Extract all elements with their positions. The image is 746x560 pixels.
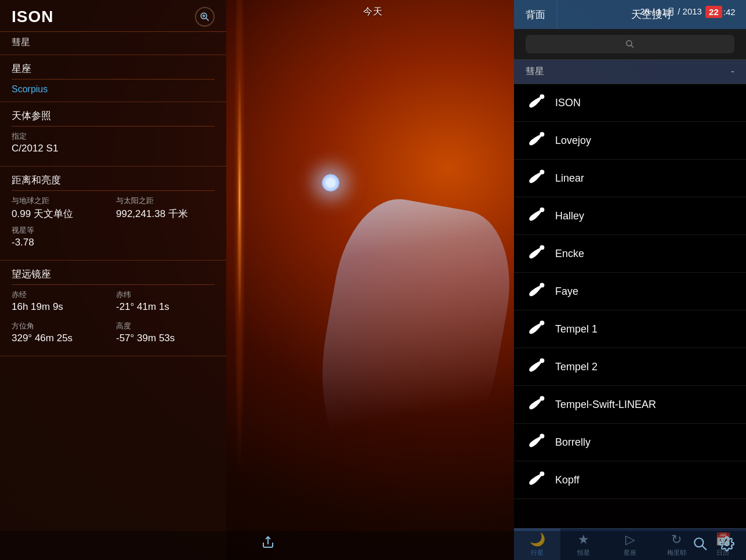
comet-list-item[interactable]: Borrelly [514, 424, 746, 461]
az-label: 方位角 [12, 321, 110, 331]
earth-dist-value: 0.99 天文单位 [12, 207, 110, 221]
comet-list-item[interactable]: Encke [514, 235, 746, 273]
comet-name: Tempel-Swift-LINEAR [555, 399, 656, 411]
search-bar-container [514, 29, 746, 60]
comet-icon [526, 469, 546, 490]
today-label: 今天 [363, 6, 383, 18]
comet-name: Tempel 2 [555, 361, 597, 373]
reference-header: 天体参照 [12, 109, 215, 127]
left-panel: ISON 彗星 星座 Scorpius 天体参照 指定 C/2012 S1 距离… [0, 0, 226, 560]
designation-value: C/2012 S1 [12, 143, 215, 154]
share-button[interactable] [261, 536, 275, 552]
bottom-toolbar [0, 531, 746, 560]
comet-list-item[interactable]: Tempel 1 [514, 310, 746, 348]
magnitude-value: -3.78 [12, 237, 215, 248]
comet-list-item[interactable]: Linear [514, 160, 746, 197]
svg-point-9 [539, 208, 544, 212]
comet-name: Linear [555, 172, 584, 185]
dec-col: 赤纬 -21° 41m 1s [116, 290, 215, 317]
distance-section: 距离和亮度 与地球之距 0.99 天文单位 与太阳之距 992,241.38 千… [0, 167, 226, 261]
ra-value: 16h 19m 9s [12, 301, 110, 313]
comet-list-item[interactable]: ISON [514, 84, 746, 122]
comet-icon [526, 319, 546, 339]
magnitude-label: 视星等 [12, 225, 215, 236]
minutes-display: 42 [726, 7, 736, 17]
svg-line-5 [631, 45, 634, 48]
search-input[interactable] [526, 35, 734, 53]
comet-name: Borrelly [555, 436, 591, 449]
comet-list-item[interactable]: Tempel-Swift-LINEAR [514, 386, 746, 424]
svg-point-7 [539, 132, 544, 137]
svg-point-11 [539, 283, 544, 288]
earth-distance-col: 与地球之距 0.99 天文单位 [12, 196, 110, 225]
collapse-icon[interactable]: - [731, 66, 734, 78]
comet-name: Faye [555, 286, 578, 298]
dec-value: -21° 41m 1s [116, 301, 215, 313]
comet-list-item[interactable]: Halley [514, 197, 746, 235]
alt-col: 高度 -57° 39m 53s [116, 321, 215, 349]
settings-button[interactable] [719, 536, 734, 555]
svg-point-16 [539, 472, 544, 476]
distance-grid: 与地球之距 0.99 天文单位 与太阳之距 992,241.38 千米 [12, 196, 215, 225]
comet-icon [526, 92, 546, 113]
search-button[interactable] [693, 536, 708, 555]
svg-point-13 [539, 359, 544, 363]
constellation-section: 星座 Scorpius [0, 55, 226, 102]
comet-name: Halley [555, 210, 584, 222]
comet-icon [526, 168, 546, 189]
az-col: 方位角 329° 46m 25s [12, 321, 110, 349]
date-display: 28 / 11月 / 2013 [640, 6, 702, 17]
svg-point-10 [539, 245, 544, 250]
svg-point-18 [694, 538, 703, 547]
category-label: 彗星 [526, 66, 544, 78]
comet-list-item[interactable]: Kopff [514, 461, 746, 499]
constellation-header: 星座 [12, 62, 215, 80]
alt-label: 高度 [116, 321, 215, 331]
comet-icon [526, 243, 546, 264]
top-bar: 今天 28 / 11月 / 2013 22 : 42 [0, 0, 746, 23]
comet-name: Kopff [555, 474, 580, 486]
designation-label: 指定 [12, 131, 215, 142]
time-display: 28 / 11月 / 2013 22 : 42 [640, 0, 746, 23]
svg-point-14 [539, 396, 544, 401]
svg-point-15 [539, 434, 544, 439]
svg-point-8 [539, 170, 544, 175]
comet-name: Encke [555, 248, 584, 260]
earth-dist-label: 与地球之距 [12, 196, 110, 206]
svg-point-12 [539, 321, 544, 326]
svg-point-20 [725, 542, 729, 546]
coords-grid: 赤经 16h 19m 9s 赤纬 -21° 41m 1s 方位角 329° 46… [12, 290, 215, 349]
comet-name: Tempel 1 [555, 323, 597, 335]
comet-icon [526, 432, 546, 453]
comet-icon [526, 356, 546, 377]
az-value: 329° 46m 25s [12, 333, 110, 344]
svg-line-19 [702, 545, 707, 550]
sun-dist-label: 与太阳之距 [116, 196, 215, 206]
hour-badge: 22 [705, 6, 722, 18]
comet-icon [526, 130, 546, 151]
telescope-section: 望远镜座 赤经 16h 19m 9s 赤纬 -21° 41m 1s 方位角 32… [0, 261, 226, 356]
ra-label: 赤经 [12, 290, 110, 300]
sun-distance-col: 与太阳之距 992,241.38 千米 [116, 196, 215, 225]
comet-list-item[interactable]: Tempel 2 [514, 348, 746, 386]
reference-section: 天体参照 指定 C/2012 S1 [0, 102, 226, 167]
constellation-link[interactable]: Scorpius [12, 84, 215, 95]
alt-value: -57° 39m 53s [116, 333, 215, 344]
comet-icon [526, 394, 546, 415]
comet-list-item[interactable]: Faye [514, 273, 746, 310]
ra-col: 赤经 16h 19m 9s [12, 290, 110, 317]
svg-point-6 [539, 95, 544, 99]
telescope-header: 望远镜座 [12, 268, 215, 285]
comet-name: Lovejoy [555, 135, 591, 147]
comet-list-item[interactable]: Lovejoy [514, 122, 746, 160]
category-header[interactable]: 彗星 - [514, 60, 746, 84]
distance-header: 距离和亮度 [12, 174, 215, 191]
right-panel: 背面 天空搜寻 彗星 - ISON Lovejoy [514, 0, 746, 528]
dec-label: 赤纬 [116, 290, 215, 300]
comet-list: ISON Lovejoy Linear Halley [514, 84, 746, 528]
object-type: 彗星 [0, 32, 226, 55]
comet-icon [526, 281, 546, 302]
comet-icon [526, 205, 546, 226]
sun-dist-value: 992,241.38 千米 [116, 207, 215, 221]
comet-name: ISON [555, 97, 581, 109]
